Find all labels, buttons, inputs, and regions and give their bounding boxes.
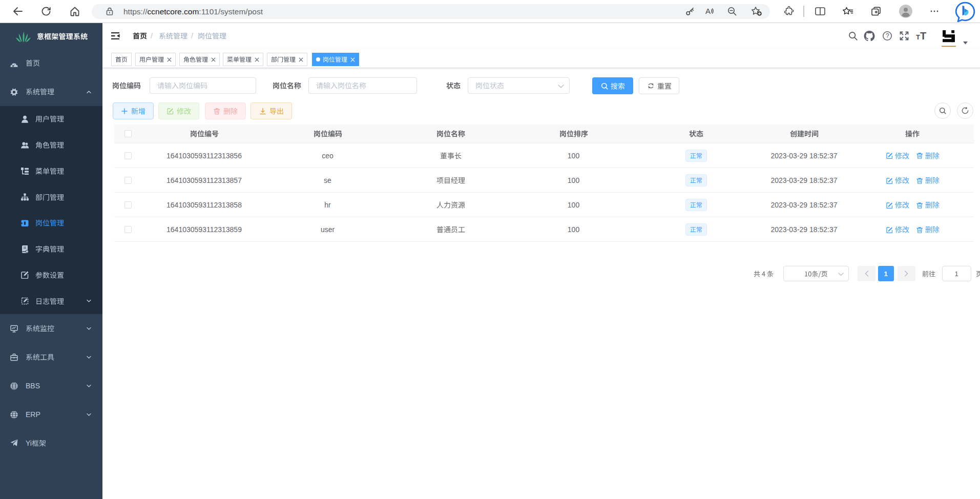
svg-text:A: A bbox=[705, 7, 711, 15]
svg-text:?: ? bbox=[886, 32, 889, 39]
